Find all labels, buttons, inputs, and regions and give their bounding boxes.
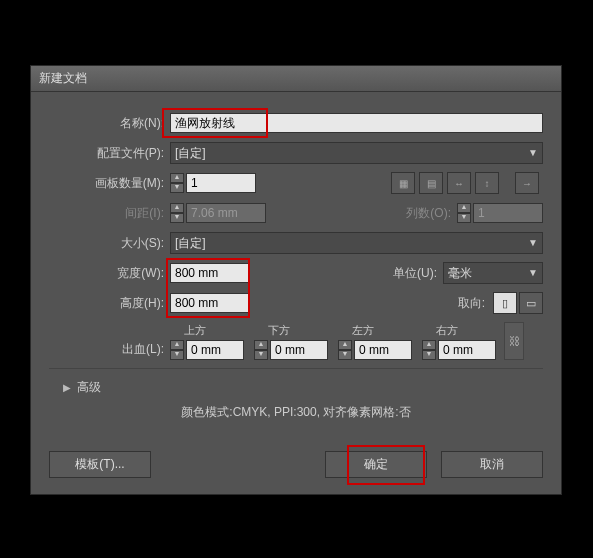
- row-layout-icon[interactable]: ▤: [419, 172, 443, 194]
- landscape-icon: ▭: [526, 297, 536, 310]
- bleed-right-hdr: 右方: [422, 323, 496, 338]
- width-label: 宽度(W):: [49, 265, 170, 282]
- height-input[interactable]: 800 mm: [170, 293, 250, 313]
- columns-input: 1: [473, 203, 543, 223]
- triangle-right-icon: ▶: [63, 382, 71, 393]
- spacing-input: 7.06 mm: [186, 203, 266, 223]
- height-label: 高度(H):: [49, 295, 170, 312]
- bleed-right-input[interactable]: 0 mm: [438, 340, 496, 360]
- bleed-label: 出血(L):: [49, 341, 170, 360]
- name-label: 名称(N):: [49, 115, 170, 132]
- bleed-top-input[interactable]: 0 mm: [186, 340, 244, 360]
- artboards-label: 画板数量(M):: [49, 175, 170, 192]
- orientation-label: 取向:: [458, 295, 491, 312]
- bleed-bottom-stepper[interactable]: ▲▼: [254, 340, 268, 360]
- divider: [49, 368, 543, 369]
- units-value: 毫米: [448, 263, 472, 283]
- advanced-toggle[interactable]: ▶ 高级: [63, 379, 543, 396]
- arrange-down-icon[interactable]: ↕: [475, 172, 499, 194]
- bleed-left-input[interactable]: 0 mm: [354, 340, 412, 360]
- artboards-stepper[interactable]: ▲▼: [170, 173, 184, 193]
- artboards-input[interactable]: 1: [186, 173, 256, 193]
- size-select[interactable]: [自定] ▼: [170, 232, 543, 254]
- bleed-bottom-hdr: 下方: [254, 323, 328, 338]
- chevron-down-icon: ▼: [528, 263, 538, 283]
- portrait-icon: ▯: [502, 297, 508, 310]
- size-label: 大小(S):: [49, 235, 170, 252]
- profile-label: 配置文件(P):: [49, 145, 170, 162]
- bleed-left-hdr: 左方: [338, 323, 412, 338]
- columns-stepper: ▲▼: [457, 203, 471, 223]
- name-input[interactable]: 渔网放射线: [170, 113, 543, 133]
- profile-value: [自定]: [175, 143, 206, 163]
- units-label: 单位(U):: [393, 265, 443, 282]
- ok-button[interactable]: 确定: [325, 451, 427, 478]
- orientation-portrait[interactable]: ▯: [493, 292, 517, 314]
- columns-label: 列数(O):: [406, 205, 457, 222]
- spacing-stepper: ▲▼: [170, 203, 184, 223]
- bleed-top-hdr: 上方: [170, 323, 244, 338]
- spacing-label: 间距(I):: [49, 205, 170, 222]
- width-input[interactable]: 800 mm: [170, 263, 250, 283]
- arrow-right-icon[interactable]: →: [515, 172, 539, 194]
- bleed-link-toggle[interactable]: ⛓: [504, 322, 524, 360]
- size-value: [自定]: [175, 233, 206, 253]
- dialog-title: 新建文档: [31, 66, 561, 92]
- bleed-right-stepper[interactable]: ▲▼: [422, 340, 436, 360]
- advanced-label: 高级: [77, 379, 101, 396]
- chevron-down-icon: ▼: [528, 233, 538, 253]
- units-select[interactable]: 毫米 ▼: [443, 262, 543, 284]
- profile-select[interactable]: [自定] ▼: [170, 142, 543, 164]
- new-document-dialog: 新建文档 名称(N): 渔网放射线 配置文件(P): [自定] ▼ 画板数量(M…: [30, 65, 562, 495]
- bleed-left-stepper[interactable]: ▲▼: [338, 340, 352, 360]
- grid-layout-icon[interactable]: ▦: [391, 172, 415, 194]
- bleed-top-stepper[interactable]: ▲▼: [170, 340, 184, 360]
- orientation-landscape[interactable]: ▭: [519, 292, 543, 314]
- arrange-right-icon[interactable]: ↔: [447, 172, 471, 194]
- template-button[interactable]: 模板(T)...: [49, 451, 151, 478]
- chevron-down-icon: ▼: [528, 143, 538, 163]
- info-text: 颜色模式:CMYK, PPI:300, 对齐像素网格:否: [49, 404, 543, 421]
- cancel-button[interactable]: 取消: [441, 451, 543, 478]
- bleed-bottom-input[interactable]: 0 mm: [270, 340, 328, 360]
